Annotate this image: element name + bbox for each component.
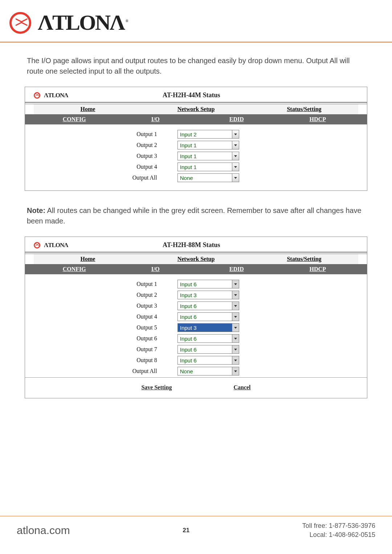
tab-config[interactable]: CONFIG — [34, 114, 115, 124]
chevron-down-icon[interactable] — [232, 356, 239, 364]
chevron-down-icon[interactable] — [232, 280, 239, 288]
panel-logo-icon: ᐳᐸ — [34, 242, 40, 249]
tab-io[interactable]: I/O — [115, 264, 196, 274]
main-tabbar: Home Network Setup Status/Setting — [34, 254, 358, 264]
io-row: Output 4Input 6 — [34, 311, 358, 322]
io-row: Output 5Input 3 — [34, 322, 358, 333]
note-text: All routes can be changed while in the g… — [27, 206, 362, 225]
output-label: Output 2 — [34, 142, 177, 148]
input-select[interactable]: Input 6 — [177, 345, 239, 354]
output-label: Output 5 — [34, 324, 177, 331]
footer-page-number: 21 — [70, 527, 302, 534]
footer-toll-free: Toll free: 1-877-536-3976 — [302, 521, 375, 530]
input-select-value: Input 6 — [178, 303, 232, 309]
output-label: Output 1 — [34, 131, 177, 138]
input-select-value: Input 6 — [178, 336, 232, 342]
tab-hdcp[interactable]: HDCP — [277, 264, 359, 274]
panel-logo-icon: ᐳᐸ — [34, 92, 40, 99]
output-label: Output 3 — [34, 153, 177, 159]
input-select[interactable]: Input 6 — [177, 301, 239, 310]
panel-logo-text: ΛTLONΛ — [44, 92, 68, 99]
brand-wordmark: ΛTLONΛ® — [38, 10, 128, 35]
chevron-down-icon[interactable] — [232, 152, 239, 160]
brand-logo: ᐳᐸ ΛTLONΛ® — [0, 0, 392, 42]
input-select[interactable]: Input 6 — [177, 312, 239, 321]
input-select[interactable]: Input 6 — [177, 280, 239, 288]
page-footer: atlona.com 21 Toll free: 1-877-536-3976 … — [0, 516, 392, 539]
io-row: Output 3Input 1 — [34, 151, 358, 161]
output-label: Output 1 — [34, 281, 177, 287]
io-row: Output 3Input 6 — [34, 300, 358, 311]
registered-icon: ® — [126, 19, 128, 23]
tab-home[interactable]: Home — [34, 104, 142, 114]
intro-paragraph: The I/O page allows input and output rou… — [27, 56, 365, 77]
io-row: Output 1Input 2 — [34, 129, 358, 140]
header-divider — [0, 42, 392, 42]
footer-contact: Toll free: 1-877-536-3976 Local: 1-408-9… — [302, 521, 375, 539]
chevron-down-icon[interactable] — [232, 345, 239, 353]
io-row: Output AllNone — [34, 172, 358, 183]
input-select[interactable]: Input 3 — [177, 323, 239, 332]
tab-status-setting[interactable]: Status/Setting — [250, 254, 358, 264]
panel-88m: ᐳᐸ ΛTLONΛ AT-H2H-88M Status Home Network… — [25, 237, 367, 398]
input-select-value: Input 2 — [178, 131, 232, 138]
tab-io[interactable]: I/O — [115, 114, 196, 124]
input-select-value: Input 6 — [178, 314, 232, 320]
brand-wordmark-text: ΛTLONΛ — [38, 11, 124, 34]
output-label: Output All — [34, 368, 177, 374]
input-select-value: Input 1 — [178, 153, 232, 159]
tab-hdcp[interactable]: HDCP — [277, 114, 359, 124]
tab-config[interactable]: CONFIG — [34, 264, 115, 274]
chevron-down-icon[interactable] — [232, 291, 239, 299]
tab-network-setup[interactable]: Network Setup — [142, 104, 250, 114]
chevron-down-icon[interactable] — [232, 130, 239, 138]
input-select-value: Input 6 — [178, 357, 232, 364]
divider — [25, 377, 367, 378]
chevron-down-icon[interactable] — [232, 141, 239, 149]
input-select[interactable]: Input 1 — [177, 152, 239, 160]
panel-44m-title: AT-H2H-44M Status — [72, 91, 311, 99]
cancel-button[interactable]: Cancel — [233, 384, 250, 391]
input-select-value: Input 6 — [178, 281, 232, 287]
chevron-down-icon[interactable] — [232, 313, 239, 321]
sub-tabbar: CONFIG I/O EDID HDCP — [25, 264, 367, 274]
input-select[interactable]: Input 6 — [177, 356, 239, 365]
input-select[interactable]: Input 1 — [177, 141, 239, 149]
chevron-down-icon[interactable] — [232, 324, 239, 332]
chevron-down-icon[interactable] — [232, 302, 239, 310]
chevron-down-icon[interactable] — [232, 163, 239, 171]
input-select-value: Input 3 — [178, 292, 232, 298]
output-label: Output 7 — [34, 346, 177, 353]
tab-edid[interactable]: EDID — [196, 114, 277, 124]
io-row: Output 7Input 6 — [34, 344, 358, 355]
input-select[interactable]: Input 6 — [177, 334, 239, 343]
tab-network-setup[interactable]: Network Setup — [142, 254, 250, 264]
tab-status-setting[interactable]: Status/Setting — [250, 104, 358, 114]
main-tabbar: Home Network Setup Status/Setting — [34, 104, 358, 114]
input-select-value: Input 1 — [178, 164, 232, 170]
panel-88m-title: AT-H2H-88M Status — [72, 241, 311, 249]
tab-home[interactable]: Home — [34, 254, 142, 264]
footer-local: Local: 1-408-962-0515 — [302, 530, 375, 539]
chevron-down-icon[interactable] — [232, 335, 239, 342]
output-label: Output 3 — [34, 303, 177, 309]
save-setting-button[interactable]: Save Setting — [141, 384, 172, 391]
tab-edid[interactable]: EDID — [196, 264, 277, 274]
footer-divider — [0, 516, 392, 516]
io-row: Output 8Input 6 — [34, 355, 358, 366]
io-row: Output 2Input 3 — [34, 290, 358, 300]
output-label: Output 4 — [34, 313, 177, 320]
chevron-down-icon[interactable] — [232, 174, 239, 182]
input-select[interactable]: None — [177, 367, 239, 376]
input-select[interactable]: Input 3 — [177, 291, 239, 299]
logo-mark-icon: ᐳᐸ — [9, 12, 31, 34]
chevron-down-icon[interactable] — [232, 367, 239, 375]
input-select-value: None — [178, 175, 232, 181]
io-row: Output 2Input 1 — [34, 140, 358, 151]
input-select[interactable]: Input 1 — [177, 163, 239, 171]
panel-44m: ᐳᐸ ΛTLONΛ AT-H2H-44M Status Home Network… — [25, 87, 367, 191]
input-select[interactable]: Input 2 — [177, 130, 239, 139]
output-label: Output 8 — [34, 357, 177, 364]
input-select[interactable]: None — [177, 173, 239, 182]
input-select-value: None — [178, 368, 232, 374]
